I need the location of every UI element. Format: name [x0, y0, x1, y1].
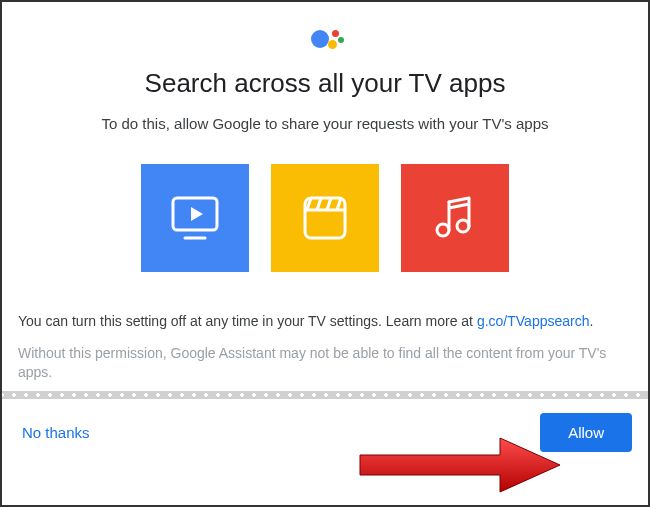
permission-disclaimer: Without this permission, Google Assistan…	[2, 344, 648, 383]
allow-button[interactable]: Allow	[540, 413, 632, 452]
learn-more-link[interactable]: g.co/TVappsearch	[477, 313, 590, 329]
settings-info-text: You can turn this setting off at any tim…	[2, 312, 648, 332]
svg-marker-1	[191, 207, 203, 221]
info-suffix: .	[589, 313, 593, 329]
tv-play-tile	[141, 164, 249, 272]
dialog-actions: No thanks Allow	[2, 403, 648, 464]
clapperboard-icon	[297, 190, 353, 246]
tv-play-icon	[165, 188, 225, 248]
movies-tile	[271, 164, 379, 272]
torn-edge-divider	[2, 391, 648, 399]
info-prefix: You can turn this setting off at any tim…	[18, 313, 477, 329]
music-note-icon	[427, 190, 483, 246]
dialog-header: Search across all your TV apps To do thi…	[2, 2, 648, 164]
google-assistant-logo-icon	[305, 24, 345, 54]
svg-point-5	[457, 220, 469, 232]
app-category-tiles	[2, 164, 648, 272]
permission-dialog: Search across all your TV apps To do thi…	[0, 0, 650, 507]
dialog-title: Search across all your TV apps	[145, 68, 506, 99]
music-tile	[401, 164, 509, 272]
dialog-subtitle: To do this, allow Google to share your r…	[72, 115, 579, 132]
no-thanks-button[interactable]: No thanks	[18, 416, 94, 449]
svg-point-4	[437, 224, 449, 236]
